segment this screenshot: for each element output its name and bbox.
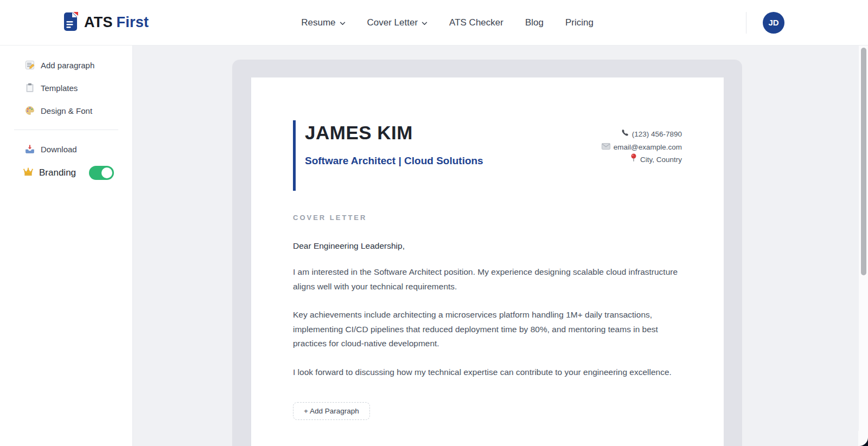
greeting-line[interactable]: Dear Engineering Leadership, [293, 241, 682, 251]
candidate-name[interactable]: JAMES KIM [305, 121, 483, 144]
nav-item-cover-letter[interactable]: Cover Letter [367, 17, 428, 28]
branding-label: Branding [39, 167, 76, 178]
sidebar-divider [14, 130, 118, 130]
contact-location[interactable]: City, Country [602, 153, 682, 166]
nav-item-pricing[interactable]: Pricing [565, 17, 593, 28]
document-card: JAMES KIM Software Architect | Cloud Sol… [232, 60, 742, 446]
nav-item-label: ATS Checker [449, 17, 503, 28]
sidebar-item-label: Templates [41, 83, 78, 93]
sidebar-item-label: Design & Font [41, 106, 92, 115]
contact-email[interactable]: email@example.com [602, 141, 682, 154]
logo-text: ATSFirst [84, 14, 149, 31]
sidebar-item-add-paragraph[interactable]: Add paragraph [0, 54, 132, 76]
document-header: JAMES KIM Software Architect | Cloud Sol… [293, 120, 682, 191]
palette-icon [24, 106, 35, 115]
contact-location-value: City, Country [640, 153, 682, 166]
phone-icon [621, 128, 629, 141]
nav-item-blog[interactable]: Blog [525, 17, 544, 28]
logo-text-primary: ATS [84, 14, 113, 30]
paragraph-2[interactable]: Key achievements include architecting a … [293, 308, 682, 351]
sidebar-item-label: Download [41, 145, 77, 154]
sidebar-item-design-font[interactable]: Design & Font [0, 99, 132, 122]
sidebar-item-download[interactable]: Download [0, 138, 132, 160]
candidate-title[interactable]: Software Architect | Cloud Solutions [305, 155, 483, 167]
mail-icon [602, 141, 610, 154]
nav-item-label: Cover Letter [367, 17, 418, 28]
sidebar-item-branding: Branding [0, 160, 132, 185]
editor-workspace: JAMES KIM Software Architect | Cloud Sol… [133, 46, 868, 446]
crown-icon [23, 167, 34, 179]
toggle-knob [101, 167, 112, 178]
cover-letter-page[interactable]: JAMES KIM Software Architect | Cloud Sol… [251, 77, 724, 446]
paragraph-3[interactable]: I look forward to discussing how my tech… [293, 365, 682, 380]
scrollbar-thumb[interactable] [861, 48, 866, 275]
sidebar-item-templates[interactable]: Templates [0, 76, 132, 99]
contact-phone-value: (123) 456-7890 [632, 128, 682, 141]
contact-email-value: email@example.com [614, 141, 682, 154]
sidebar: Add paragraph Templates [0, 46, 133, 446]
branding-toggle[interactable] [89, 166, 114, 180]
nav-item-ats-checker[interactable]: ATS Checker [449, 17, 503, 28]
memo-icon [24, 60, 35, 70]
section-heading: COVER LETTER [293, 214, 682, 222]
contact-phone[interactable]: (123) 456-7890 [602, 128, 682, 141]
header-divider [746, 12, 746, 34]
download-icon [24, 144, 35, 154]
header-right: JD [746, 12, 784, 34]
main-nav: Resume Cover Letter ATS Checker Blog Pri… [149, 17, 746, 28]
logo-text-secondary: First [117, 14, 149, 30]
sidebar-item-label: Add paragraph [41, 61, 94, 70]
user-avatar[interactable]: JD [763, 12, 784, 34]
paragraph-1[interactable]: I am interested in the Software Architec… [293, 265, 682, 294]
identity-block: JAMES KIM Software Architect | Cloud Sol… [293, 120, 483, 191]
add-paragraph-button[interactable]: + Add Paragraph [293, 402, 370, 420]
nav-item-label: Pricing [565, 17, 593, 28]
location-pin-icon [630, 153, 637, 166]
top-nav-bar: ATSFirst Resume Cover Letter ATS Checker… [0, 0, 868, 46]
app-root: ATSFirst Resume Cover Letter ATS Checker… [0, 0, 868, 446]
chevron-down-icon [340, 17, 346, 28]
content-area: Add paragraph Templates [0, 46, 868, 446]
vertical-scrollbar [859, 46, 868, 446]
chevron-down-icon [422, 17, 427, 28]
contact-block: (123) 456-7890 email@example.com [602, 128, 682, 191]
nav-item-label: Blog [525, 17, 544, 28]
clipboard-icon [24, 83, 35, 93]
nav-item-label: Resume [301, 17, 335, 28]
nav-item-resume[interactable]: Resume [301, 17, 345, 28]
logo[interactable]: ATSFirst [62, 11, 149, 34]
logo-document-icon [62, 11, 79, 34]
